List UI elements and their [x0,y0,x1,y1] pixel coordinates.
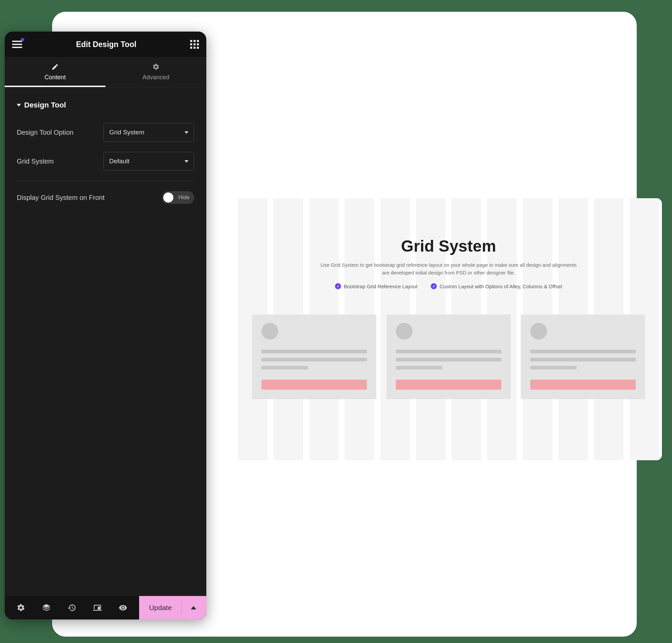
control-design-tool-option: Design Tool Option Grid System [17,123,194,142]
skeleton-line [530,350,636,353]
update-button[interactable]: Update [139,596,206,619]
check-icon: ✓ [431,283,437,289]
skeleton-line [530,366,577,369]
panel-body: Design Tool Design Tool Option Grid Syst… [5,87,206,596]
apps-icon[interactable] [190,40,199,49]
section-title: Design Tool [24,101,66,110]
preview-icon[interactable] [119,603,127,612]
footer-icons [5,596,139,619]
skeleton-avatar [530,323,547,340]
feature-label: Bootstrap Grid Reference Layout [344,283,417,289]
skeleton-line [261,358,367,362]
update-label: Update [149,604,172,612]
skeleton-cards-row [249,314,648,399]
divider [181,601,181,615]
feature-item: ✓ Custom Layout with Options of Alley, C… [431,283,562,289]
skeleton-line [261,366,308,369]
preview-card: Grid System Use Grid System to get boots… [235,198,662,460]
skeleton-line [530,358,636,362]
control-label: Display Grid System on Front [17,194,105,202]
control-label: Design Tool Option [17,129,74,136]
panel-header: Edit Design Tool [5,32,206,57]
tab-label: Content [44,74,65,81]
feature-item: ✓ Bootstrap Grid Reference Layout [335,283,417,289]
preview-description: Use Grid System to get bootstrap grid re… [317,262,579,277]
check-icon: ✓ [335,283,341,289]
skeleton-avatar [261,323,278,340]
select-value: Grid System [109,129,144,136]
tab-advanced[interactable]: Advanced [106,57,206,87]
design-tool-option-select[interactable]: Grid System [104,123,194,142]
panel-footer: Update [5,596,206,619]
control-label: Grid System [17,158,54,165]
skeleton-button [396,380,501,390]
toggle-knob [163,193,173,203]
section-header[interactable]: Design Tool [17,101,194,110]
preview-title: Grid System [249,237,648,255]
gear-icon [152,63,160,71]
tab-label: Advanced [143,74,169,81]
pencil-icon [51,63,59,71]
skeleton-card [252,314,376,399]
preview-features: ✓ Bootstrap Grid Reference Layout ✓ Cust… [249,283,648,289]
responsive-icon[interactable] [93,603,102,612]
menu-icon[interactable] [12,41,22,48]
chevron-down-icon [17,104,21,107]
skeleton-card [521,314,645,399]
control-grid-system: Grid System Default [17,152,194,171]
skeleton-line [396,358,501,362]
chevron-up-icon [191,606,196,609]
select-value: Default [109,158,129,165]
preview-content: Grid System Use Grid System to get boots… [235,198,662,460]
skeleton-line [396,366,442,369]
skeleton-line [396,350,501,353]
chevron-down-icon [184,160,189,162]
grid-system-select[interactable]: Default [104,152,194,171]
display-grid-toggle[interactable]: Hide [162,191,194,204]
divider [17,181,194,181]
navigator-icon[interactable] [42,603,51,612]
feature-label: Custom Layout with Options of Alley, Col… [440,283,562,289]
chevron-down-icon [184,131,189,134]
notification-dot [21,38,24,41]
skeleton-avatar [396,323,412,340]
history-icon[interactable] [68,603,76,612]
settings-icon[interactable] [16,603,25,612]
panel-title: Edit Design Tool [76,40,136,49]
skeleton-line [261,350,367,353]
tabs: Content Advanced [5,57,206,87]
skeleton-button [261,380,367,390]
editor-panel: Edit Design Tool Content Advanced Design… [5,32,206,619]
tab-content[interactable]: Content [5,57,106,87]
skeleton-card [386,314,511,399]
skeleton-button [530,380,636,390]
control-display-grid: Display Grid System on Front Hide [17,191,194,204]
toggle-label: Hide [178,195,190,201]
